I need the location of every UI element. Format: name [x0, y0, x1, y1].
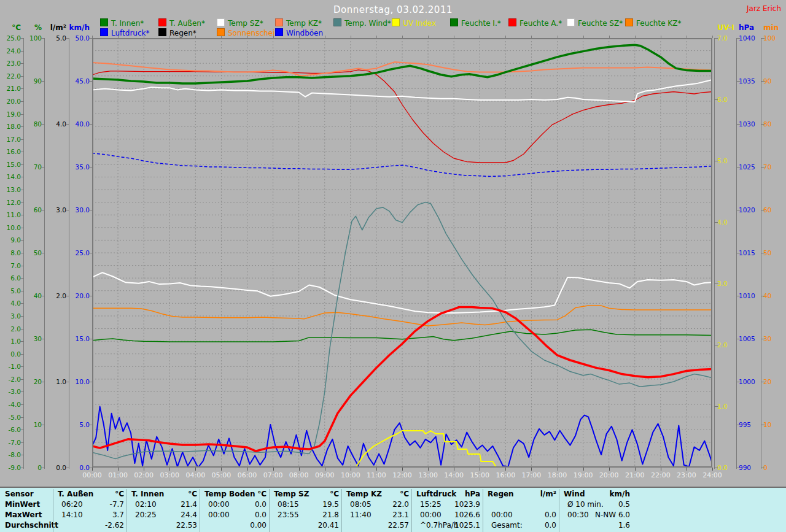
x-tick-mark [376, 468, 377, 471]
axis-tick-label: 10.0 [68, 378, 90, 385]
axis-tick-label: 40 [20, 292, 42, 299]
legend-label: UV Index [403, 19, 436, 28]
axis-tick-label: 40 [763, 292, 786, 299]
axis-tick-mark [20, 404, 24, 405]
table-avg-value: 22.57 [344, 521, 409, 530]
x-tick-mark [712, 468, 713, 471]
axis-tick-label: 1.0 [717, 403, 741, 410]
table-avg-value: -2.62 [55, 521, 124, 530]
legend-item: Feuchte SZ* [567, 18, 623, 26]
axis-tick-label: 16.0 [0, 148, 21, 155]
axis-tick-label: 14.0 [0, 173, 21, 180]
axis-tick-mark [20, 430, 24, 430]
x-tick-mark [635, 468, 636, 471]
axis-tick-label: 40.0 [68, 120, 90, 128]
axis-tick-label: 45.0 [68, 77, 90, 85]
x-tick-mark-top [531, 36, 532, 38]
axis-tick-label: 35.0 [68, 163, 90, 171]
axis-tick-mark [41, 425, 45, 425]
axis-tick-label: 13.0 [0, 186, 21, 193]
axis-tick-mark [761, 296, 765, 296]
x-tick-mark [583, 468, 584, 471]
x-tick-label: 10:00 [337, 471, 364, 479]
axis-tick-label: 90 [763, 77, 786, 85]
x-tick-mark [299, 468, 300, 471]
legend-item: UV Index [392, 18, 436, 26]
axis-tick-label: -3.0 [0, 388, 21, 395]
axis-tick-label: 80 [763, 120, 786, 128]
legend-swatch [392, 18, 400, 26]
table-group-unit: °C [55, 490, 124, 498]
x-tick-mark-top [273, 36, 274, 38]
x-tick-mark [325, 468, 325, 471]
axis-tick-label: 5.0 [717, 157, 741, 164]
legend-swatch [275, 28, 283, 36]
axis-tick-mark [89, 253, 93, 253]
x-tick-mark-top [402, 36, 403, 38]
x-tick-mark-top [583, 36, 584, 38]
legend-swatch [217, 18, 225, 26]
table-max-value: 0.0 [202, 511, 267, 519]
axis-tick-mark [20, 139, 24, 140]
table-min-value: 0.5 [561, 500, 630, 509]
table-separator [126, 489, 127, 532]
table-max-value: 21.8 [271, 511, 339, 519]
axis-tick-mark [20, 215, 24, 215]
axis-tick-label: 20.0 [0, 98, 21, 105]
axis-tick-mark [714, 406, 718, 407]
axis-tick-mark [736, 167, 740, 168]
x-tick-mark [505, 468, 506, 471]
axis-tick-label: 0.0 [0, 350, 21, 358]
x-tick-label: 17:00 [518, 471, 545, 479]
axis-tick-label: 50 [763, 249, 786, 256]
table-separator [483, 489, 483, 532]
x-tick-label: 00:00 [79, 471, 106, 479]
x-tick-label: 07:00 [260, 471, 287, 479]
table-max-value: 0.0 [485, 511, 556, 519]
axis-tick-mark [20, 202, 24, 203]
axis-tick-mark [89, 425, 93, 425]
x-tick-label: 05:00 [208, 471, 235, 479]
x-tick-mark-top [351, 36, 351, 38]
x-tick-mark-top [169, 36, 170, 38]
axis-tick-mark [714, 345, 718, 345]
x-tick-label: 01:00 [104, 471, 131, 479]
axis-tick-mark [736, 468, 740, 468]
axis-tick-label: 19.0 [0, 110, 21, 118]
axis-tick-label: 1015 [739, 249, 762, 256]
axis-line-hpa [736, 38, 737, 469]
axis-tick-label: 1005 [739, 335, 762, 342]
axis-tick-label: -2.0 [0, 376, 21, 383]
axis-line-pct [44, 38, 45, 469]
table-min-value: 21.4 [129, 500, 197, 509]
axis-tick-mark [20, 291, 24, 291]
legend-label: Temp. Wind* [344, 19, 391, 28]
axis-tick-mark [20, 101, 24, 102]
x-tick-mark [351, 468, 351, 471]
legend-item: Feuchte I.* [450, 18, 501, 26]
axis-header-lm2: l/m² [42, 23, 66, 32]
table-separator [341, 489, 342, 532]
axis-tick-label: 90 [20, 77, 42, 85]
table-group-unit: °C [271, 490, 339, 498]
axis-tick-mark [20, 228, 24, 228]
axis-tick-label: 12.0 [0, 199, 21, 206]
x-tick-mark [92, 468, 93, 471]
legend-swatch [100, 28, 108, 36]
axis-tick-mark [20, 190, 24, 190]
axis-tick-label: 70 [20, 163, 42, 171]
x-tick-mark-top [325, 36, 325, 38]
axis-tick-mark [20, 417, 24, 418]
axis-tick-mark [736, 210, 740, 210]
axis-tick-mark [20, 391, 24, 392]
axis-tick-mark [89, 339, 93, 339]
axis-tick-label: 22.0 [0, 72, 21, 80]
axis-tick-mark [736, 253, 740, 253]
x-tick-mark-top [687, 36, 687, 38]
x-tick-mark-top [661, 36, 661, 38]
axis-tick-mark [20, 442, 24, 443]
axis-tick-mark [20, 303, 24, 304]
axis-tick-mark [89, 167, 93, 168]
axis-tick-mark [761, 167, 765, 168]
axis-tick-label: 21.0 [0, 85, 21, 92]
